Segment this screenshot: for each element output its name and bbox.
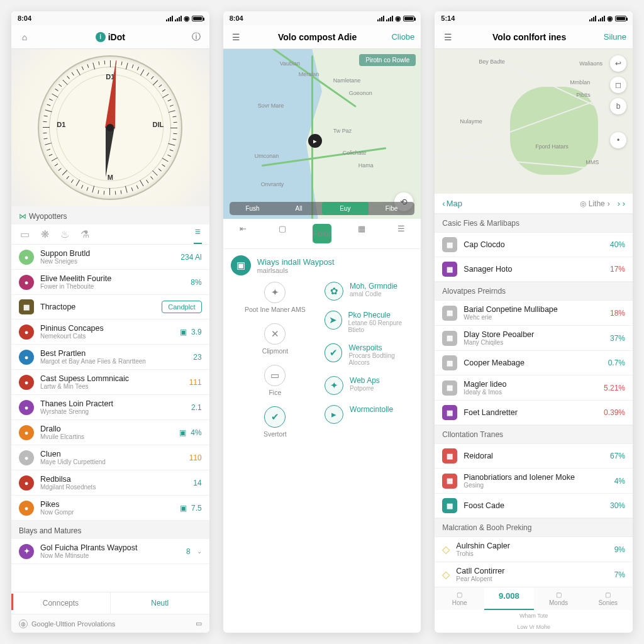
- signal-icon: [589, 16, 596, 21]
- grid-item[interactable]: ✦Poot Ine Maner AMS: [231, 282, 319, 313]
- list-item[interactable]: ▦Cap Clocdo40%: [435, 233, 633, 257]
- map-view[interactable]: Bey BadteWaliaonsMmblanPibttsNulaymeFpor…: [435, 49, 633, 194]
- list-item[interactable]: ▦Magler lideoIdealy & Imos5.21%: [435, 375, 633, 401]
- tab-icon-2[interactable]: ❋: [40, 225, 50, 244]
- pill-item[interactable]: All: [275, 202, 322, 215]
- list-item[interactable]: ▦Pianobriatiors and Iolener MokeGesing4%: [435, 469, 633, 494]
- back-button[interactable]: ‹ Map: [442, 199, 462, 208]
- tab-connects[interactable]: Conncepts: [11, 592, 111, 614]
- list-item[interactable]: ● Elive Meelith FouriteFower in Thebouit…: [11, 270, 209, 295]
- menu-icon[interactable]: ☰: [441, 30, 455, 44]
- list-item[interactable]: ▦Cooper Meabage0.7%: [435, 351, 633, 375]
- list-item[interactable]: ◇Catll ContirrerPear Alopent7%: [435, 562, 633, 587]
- grid-item[interactable]: ✔Svertort: [231, 406, 319, 438]
- row-icon: ✦: [19, 544, 34, 559]
- map-view[interactable]: Pirotn co Rowle ▸ ⟲ VaubianMeralanNamlet…: [223, 49, 421, 219]
- forward-button[interactable]: › ›: [618, 199, 625, 208]
- page-title: Volo conlfort ines: [492, 32, 566, 42]
- candpict-button[interactable]: Candplct: [162, 301, 201, 313]
- nav-bar: ⌂ i iDot ⓘ: [11, 25, 209, 49]
- list-item[interactable]: ● PikesNow Gompr ▣7.5: [11, 496, 209, 521]
- tab-item[interactable]: ▢Sonies: [583, 587, 633, 610]
- grid-item[interactable]: ✕Clipmont: [231, 323, 319, 355]
- row-value: 110: [189, 453, 202, 462]
- row-icon: ▦: [442, 331, 457, 346]
- tool-folor[interactable]: Folor: [303, 219, 342, 248]
- map-chip[interactable]: Pirotn co Rowle: [359, 54, 416, 66]
- toolbar: ⇤ ▢ Folor ▦ ☰: [223, 219, 421, 249]
- compass-dial[interactable]: D1 D1 DIL M: [38, 55, 182, 200]
- bookmark-fab[interactable]: ◻: [610, 77, 626, 93]
- list-item[interactable]: ▦Dlay Store PeoalberMany Chiqiles37%: [435, 326, 633, 351]
- dot-fab[interactable]: •: [610, 132, 626, 148]
- b-fab[interactable]: b: [610, 98, 626, 114]
- tab-icon-4[interactable]: ⚗: [79, 225, 91, 244]
- list-item[interactable]: ▦Barial Conpetine MullibapeWehc erie18%: [435, 301, 633, 326]
- grid-item-icon: ✔: [264, 406, 286, 428]
- link-item[interactable]: ▸Wormcintolle: [325, 405, 413, 424]
- list-item[interactable]: ▦Sanager Hoto17%: [435, 257, 633, 282]
- camera-icon: ▣: [179, 428, 186, 437]
- map-label: Waliaons: [579, 60, 602, 67]
- list-item[interactable]: ● RedbilsaMdgilant Rosednets 14: [11, 470, 209, 496]
- grid-item[interactable]: ▭Fice: [231, 365, 319, 396]
- row-value: 9%: [614, 545, 625, 554]
- list-item[interactable]: ▦Reidoral67%: [435, 444, 633, 469]
- status-bar: 8:04 ◉: [11, 11, 209, 25]
- list-scroller[interactable]: ● Suppon BrutldNew Sneiges 234 Al● Elive…: [11, 245, 209, 592]
- tab-item[interactable]: 9.008: [484, 587, 534, 610]
- waypost-link[interactable]: ▣ Wiays indall Waypostmairlsauls: [223, 249, 421, 282]
- info-icon[interactable]: ⓘ: [189, 30, 203, 44]
- tab-next[interactable]: Neutl: [111, 592, 209, 614]
- undo-fab[interactable]: ↩: [610, 55, 626, 72]
- menu-icon[interactable]: ☰: [230, 30, 243, 44]
- tab-item[interactable]: ▢Monds: [534, 587, 584, 610]
- row-icon: ▦: [442, 498, 457, 513]
- link-item[interactable]: ✿Moh, Grmndieamal Codle: [325, 282, 413, 301]
- row-value: 111: [189, 378, 202, 387]
- chevron-left-icon: ‹: [442, 199, 445, 208]
- lithe-link[interactable]: ◎ Lithe ›: [580, 199, 610, 208]
- right-link[interactable]: Cliobe: [391, 32, 414, 42]
- row-value: ▣7.5: [180, 504, 202, 513]
- tool-back[interactable]: ⇤: [223, 219, 263, 248]
- list-scroller[interactable]: Casic Fies & Marlibaps ▦Cap Clocdo40%▦Sa…: [435, 214, 633, 587]
- list-item[interactable]: ● Suppon BrutldNew Sneiges 234 Al: [11, 245, 209, 270]
- link-item[interactable]: ✔WerspoitsProcars Bodtiing Alocors: [325, 343, 413, 366]
- globe-icon: ◍: [19, 619, 28, 628]
- row-value: 18%: [610, 309, 625, 318]
- row-thactope[interactable]: ▦ Thractope Candplct: [11, 295, 209, 319]
- row-value: 234 Al: [180, 253, 201, 262]
- list-item[interactable]: ● CluenMaye Uidly Curpettiend 110: [11, 445, 209, 470]
- home-icon[interactable]: ⌂: [18, 30, 31, 44]
- pill-item[interactable]: Euy: [322, 202, 369, 215]
- tool-list[interactable]: ☰: [381, 219, 421, 248]
- list-item[interactable]: ● Best PrartlenMargot et Bay Anae Fiies …: [11, 345, 209, 370]
- pill-item[interactable]: Fibe: [369, 202, 415, 215]
- list-item[interactable]: ▦Foet Landretter0.39%: [435, 401, 633, 425]
- tool-box[interactable]: ▢: [263, 219, 303, 248]
- list-item[interactable]: ● Pininus ConcapesNemekourt Cats ▣3.9: [11, 319, 209, 345]
- list-item[interactable]: ▦Foost Cade30%: [435, 494, 633, 518]
- tab-icon-1[interactable]: ▭: [19, 225, 31, 244]
- list-item[interactable]: ● DralloMvuile Elcartins ▣4%: [11, 420, 209, 445]
- card-icon[interactable]: ▭: [196, 619, 202, 628]
- wifi-icon: ◉: [607, 14, 613, 23]
- tab-item[interactable]: ▢Hone: [435, 587, 484, 610]
- pill-item[interactable]: Fush: [230, 202, 276, 215]
- row-value: 0.7%: [608, 358, 625, 367]
- row-last[interactable]: ✦ Gol Fuicha Plrants WaypostNow Me Mtins…: [11, 539, 209, 564]
- tab-icon-3[interactable]: ♨: [59, 225, 70, 244]
- right-link[interactable]: Silune: [604, 32, 626, 42]
- tool-grid[interactable]: ▦: [341, 219, 381, 248]
- list-item[interactable]: ● Cast Supess LommnicaicLartw & Min Tees…: [11, 370, 209, 395]
- tab-active[interactable]: ☰: [194, 225, 202, 244]
- list-item[interactable]: ◇Aulrshin CaplerTrohis9%: [435, 537, 633, 562]
- link-item[interactable]: ➤Pko PheculeLetane 60 Renpure Btieto: [325, 311, 413, 333]
- link-item[interactable]: ✦Web ApsPotporre: [325, 376, 413, 395]
- list-item[interactable]: ● Thanes Loin PractertWyrshate Srenng 2.…: [11, 395, 209, 420]
- footnote-2: Low Vr Mohe: [435, 621, 633, 633]
- signal-icon: [166, 16, 173, 21]
- map-center-pin[interactable]: ▸: [308, 134, 322, 148]
- bow-icon: ⋈: [19, 212, 26, 221]
